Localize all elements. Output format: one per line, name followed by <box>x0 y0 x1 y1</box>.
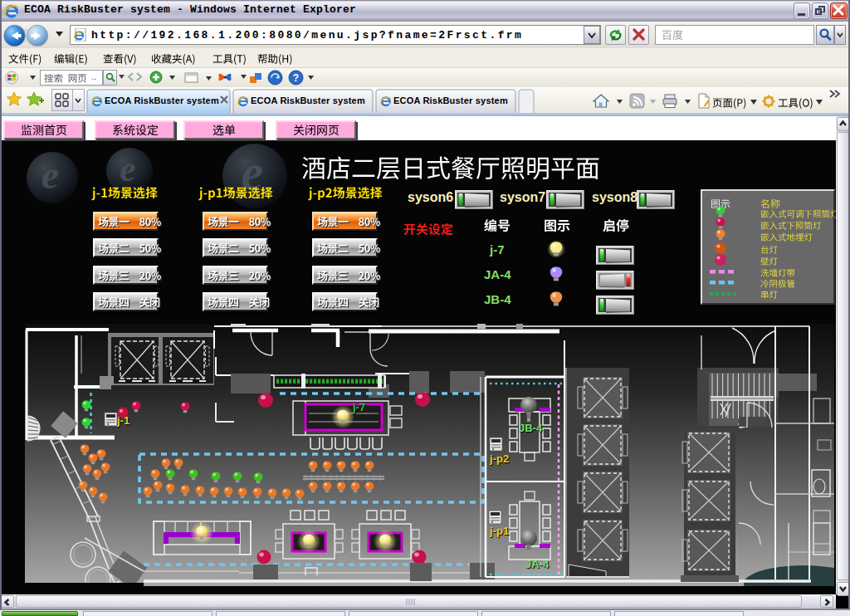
svg-text:e: e <box>42 153 59 197</box>
svg-text:?: ? <box>293 72 299 84</box>
svg-text:e: e <box>120 149 135 188</box>
